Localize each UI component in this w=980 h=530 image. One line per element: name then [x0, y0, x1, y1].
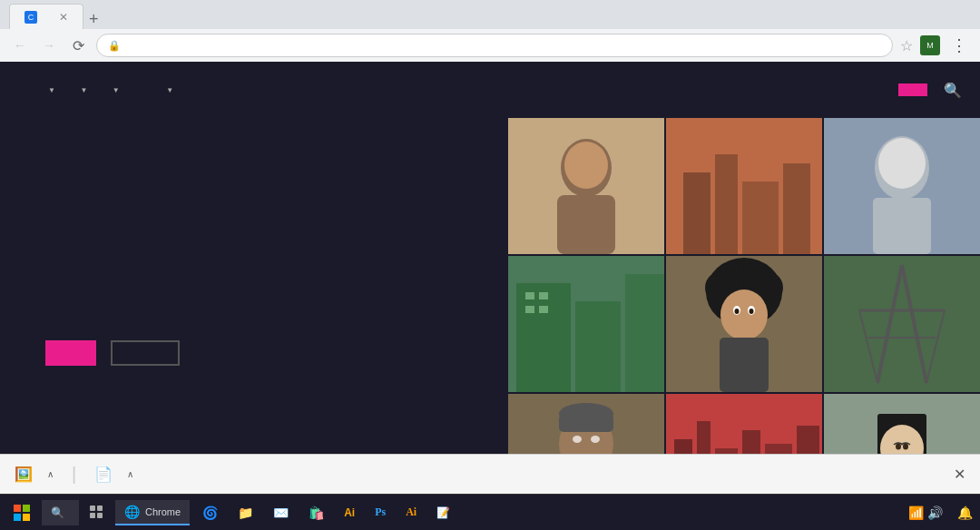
svg-point-64 [896, 444, 901, 450]
browser-chrome: C ✕ + ← → ⟳ 🔒 ☆ M ⋮ [0, 0, 980, 62]
tab-favicon: C [24, 11, 37, 24]
reload-btn[interactable]: ⟳ [67, 34, 89, 56]
svg-rect-6 [683, 172, 710, 254]
tab-close-icon[interactable]: ✕ [59, 11, 68, 24]
hero-img-5 [666, 256, 822, 392]
svg-rect-8 [742, 182, 779, 254]
address-bar-row: ← → ⟳ 🔒 ☆ M ⋮ [0, 29, 980, 62]
hero-img-1 [508, 118, 664, 254]
forward-btn[interactable]: → [38, 34, 60, 56]
login-button[interactable] [111, 340, 180, 366]
svg-rect-17 [625, 274, 664, 392]
courses-arrow: ▼ [48, 86, 55, 94]
svg-point-32 [735, 309, 740, 314]
nav-jobs[interactable]: ▼ [110, 86, 120, 94]
svg-point-33 [750, 309, 754, 314]
search-icon[interactable]: 🔍 [944, 82, 962, 99]
svg-rect-7 [715, 154, 738, 254]
svg-rect-34 [824, 256, 980, 392]
active-tab[interactable]: C ✕ [9, 4, 83, 29]
back-btn[interactable]: ← [9, 34, 31, 56]
hero-content [0, 118, 508, 530]
svg-point-45 [559, 403, 613, 425]
hero-img-4 [508, 256, 664, 392]
new-tab-btn[interactable]: + [89, 10, 99, 29]
svg-rect-16 [575, 301, 621, 392]
nav-courses[interactable]: ▼ [45, 86, 55, 94]
svg-rect-19 [539, 292, 548, 299]
svg-rect-12 [873, 198, 931, 254]
svg-point-47 [591, 436, 600, 443]
notification-btn[interactable]: 🔔 [957, 505, 973, 520]
svg-rect-9 [783, 163, 810, 254]
nav-op3n[interactable]: ▼ [77, 86, 87, 94]
svg-point-46 [573, 436, 582, 443]
svg-point-65 [903, 444, 908, 450]
lock-icon: 🔒 [108, 40, 121, 52]
extensions-area: M [920, 35, 940, 55]
svg-rect-2 [557, 195, 615, 254]
op3n-arrow: ▼ [80, 86, 87, 94]
svg-point-13 [878, 138, 926, 189]
svg-point-3 [564, 142, 608, 189]
alliances-arrow: ▼ [166, 86, 173, 94]
ext-icon-1[interactable]: M [920, 35, 940, 55]
navbar: ▼ ▼ ▼ ▼ 🔍 [0, 62, 980, 118]
jobs-arrow: ▼ [113, 86, 120, 94]
nav-right: 🔍 [886, 82, 962, 99]
register-button[interactable] [898, 83, 927, 96]
menu-btn[interactable]: ⋮ [947, 35, 971, 55]
network-icon[interactable]: 📶 [908, 505, 924, 520]
hero-img-2 [666, 118, 822, 254]
notification-area: 📶 🔊 [908, 505, 943, 520]
svg-rect-21 [539, 306, 548, 313]
secure-indicator: 🔒 [108, 40, 123, 52]
svg-rect-29 [720, 338, 769, 392]
nav-alliances[interactable]: ▼ [163, 86, 173, 94]
hero-img-6 [824, 256, 980, 392]
taskbar-right: 📶 🔊 🔔 [908, 505, 973, 520]
browser-tabs-row: C ✕ + [0, 0, 980, 29]
volume-icon[interactable]: 🔊 [927, 505, 943, 520]
svg-point-28 [720, 290, 768, 340]
close-download-bar-button[interactable]: ✕ [954, 466, 965, 483]
bookmark-btn[interactable]: ☆ [900, 37, 913, 54]
svg-rect-18 [525, 292, 534, 299]
hero-img-3 [824, 118, 980, 254]
svg-rect-20 [525, 306, 534, 313]
create-account-button[interactable] [45, 340, 96, 366]
nav-links: ▼ ▼ ▼ ▼ [45, 86, 886, 94]
url-bar[interactable]: 🔒 [96, 34, 893, 57]
svg-point-27 [740, 261, 769, 290]
hero-buttons [45, 340, 463, 366]
